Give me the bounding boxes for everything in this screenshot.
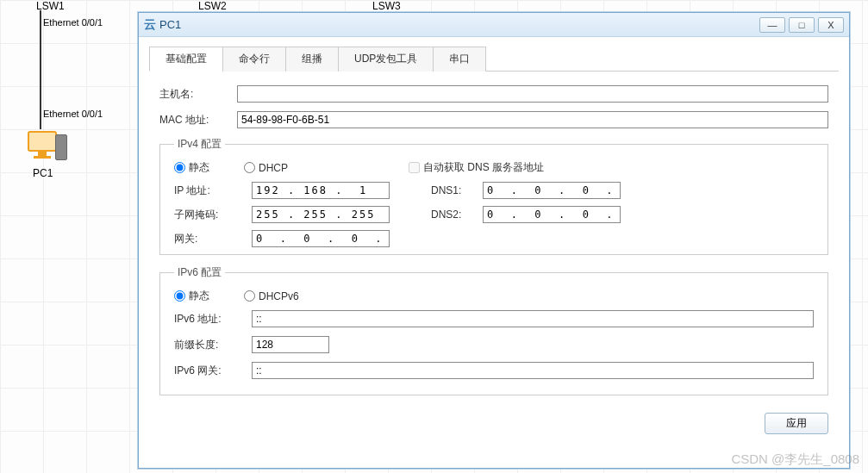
- dns2-label: DNS2:: [431, 208, 483, 221]
- hostname-input[interactable]: [237, 85, 828, 103]
- tab-cli[interactable]: 命令行: [222, 47, 286, 72]
- pc-node-label: PC1: [33, 167, 53, 179]
- ipv6-addr-input[interactable]: [252, 310, 814, 327]
- prefix-label: 前缀长度:: [174, 338, 252, 352]
- ipv6-gw-input[interactable]: [252, 362, 814, 379]
- gateway-input[interactable]: [252, 230, 390, 247]
- prefix-input[interactable]: [252, 336, 329, 353]
- ipv6-static-radio[interactable]: 静态: [174, 289, 209, 303]
- mac-label: MAC 地址:: [159, 113, 237, 128]
- ipv4-fieldset: IPv4 配置 静态 DHCP 自动获取 DNS 服务器地址 IP 地址: 子网…: [159, 137, 828, 255]
- port-label-2: Ethernet 0/0/1: [43, 109, 103, 119]
- mac-input[interactable]: [237, 111, 828, 128]
- hostname-label: 主机名:: [159, 87, 237, 102]
- tab-serial[interactable]: 串口: [433, 47, 486, 72]
- ip-input[interactable]: [252, 182, 390, 199]
- switch-label-3: LSW3: [372, 0, 401, 12]
- topology-link: [40, 10, 41, 129]
- tab-basic[interactable]: 基础配置: [149, 47, 223, 72]
- ipv6-legend: IPv6 配置: [174, 265, 225, 280]
- ipv4-legend: IPv4 配置: [174, 137, 225, 152]
- ipv6-addr-label: IPv6 地址:: [174, 312, 252, 327]
- ipv6-fieldset: IPv6 配置 静态 DHCPv6 IPv6 地址: 前缀长度: IPv6 网关…: [159, 265, 828, 395]
- minimize-button[interactable]: —: [759, 17, 785, 33]
- mask-input[interactable]: [252, 206, 390, 223]
- mask-label: 子网掩码:: [174, 208, 252, 222]
- maximize-button[interactable]: □: [789, 17, 815, 33]
- ipv4-dhcp-radio[interactable]: DHCP: [244, 162, 288, 174]
- tab-multicast[interactable]: 组播: [285, 47, 339, 72]
- dns1-label: DNS1:: [431, 184, 483, 196]
- dns2-input[interactable]: [483, 206, 621, 223]
- tab-udp[interactable]: UDP发包工具: [338, 47, 434, 72]
- ipv6-dhcpv6-radio[interactable]: DHCPv6: [244, 290, 299, 302]
- ipv4-static-radio[interactable]: 静态: [174, 160, 209, 175]
- ipv6-gw-label: IPv6 网关:: [174, 364, 252, 378]
- tab-bar: 基础配置 命令行 组播 UDP发包工具 串口: [149, 46, 839, 72]
- apply-button[interactable]: 应用: [765, 413, 828, 434]
- pc-config-window: 云 PC1 — □ X 基础配置 命令行 组播 UDP发包工具 串口 主机名: …: [138, 12, 850, 469]
- app-logo-icon: 云: [144, 17, 156, 33]
- switch-label-2: LSW2: [198, 0, 227, 12]
- titlebar[interactable]: 云 PC1 — □ X: [139, 13, 849, 37]
- pc-node-icon[interactable]: [24, 128, 67, 171]
- dns1-input[interactable]: [483, 182, 621, 199]
- ip-label: IP 地址:: [174, 184, 252, 198]
- window-title: PC1: [159, 18, 759, 31]
- gateway-label: 网关:: [174, 232, 252, 246]
- close-button[interactable]: X: [818, 17, 844, 33]
- auto-dns-checkbox[interactable]: 自动获取 DNS 服务器地址: [409, 160, 544, 175]
- port-label-1: Ethernet 0/0/1: [43, 17, 103, 28]
